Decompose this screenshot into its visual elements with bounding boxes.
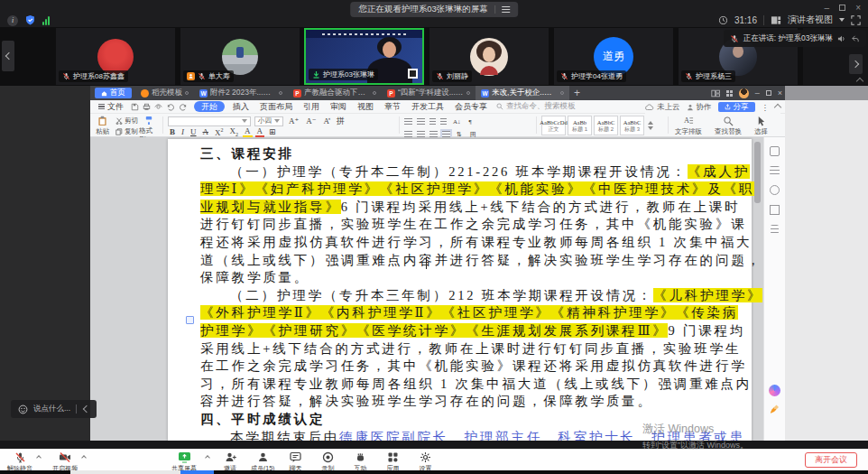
participant-tile[interactable]: 单大寿 — [180, 28, 300, 85]
ribbon-tab[interactable]: 审阅 — [325, 100, 352, 114]
menu-icon[interactable] — [502, 6, 510, 13]
style-preset[interactable]: AaBbCcDd正文 — [541, 116, 566, 135]
outline-panel-icon[interactable] — [770, 166, 780, 175]
comment-panel-icon[interactable] — [770, 185, 780, 195]
copy-button[interactable]: 复制 — [115, 126, 138, 137]
style-preset[interactable]: AaBb标题 1 — [568, 116, 592, 135]
paste-options-icon[interactable] — [186, 316, 194, 324]
print-icon[interactable] — [143, 103, 151, 111]
ribbon-tab[interactable]: 会员专享 — [449, 100, 493, 114]
leave-meeting-button[interactable]: 离开会议 — [805, 452, 857, 468]
ribbon-tab[interactable]: 视图 — [352, 100, 379, 114]
minimize-button[interactable]: – — [825, 3, 830, 13]
apps-grid-icon[interactable] — [726, 90, 733, 97]
command-search[interactable]: 查找命令、搜索模板 — [496, 101, 576, 112]
wps-minimize-button[interactable]: – — [755, 88, 760, 98]
emoji-icon[interactable] — [18, 404, 28, 414]
wps-home-tab[interactable]: 首页 — [95, 88, 132, 98]
scroll-left-button[interactable] — [2, 41, 14, 71]
italic-icon[interactable]: I — [180, 127, 186, 136]
scroll-up-icon[interactable] — [648, 121, 653, 125]
view-mode-selector[interactable]: 演讲者视图 — [788, 14, 833, 26]
file-menu[interactable]: 文件 — [95, 101, 127, 113]
collaborate-button[interactable]: 协作 — [687, 102, 712, 113]
scroll-down-icon[interactable] — [648, 126, 653, 130]
subscript-icon[interactable]: X2 — [228, 126, 241, 137]
collapse-chat-icon[interactable] — [83, 405, 90, 413]
find-replace-button[interactable]: 查找替换 — [715, 114, 742, 137]
style-preset[interactable]: AaBbC标题 2 — [594, 116, 618, 135]
wps-doc-tab[interactable]: P产教融合驱动下高..聚焦类.pdf — [288, 86, 382, 100]
bold-icon[interactable]: B — [168, 127, 177, 136]
properties-panel-icon[interactable] — [770, 146, 780, 156]
font-size-select[interactable]: 小四 — [254, 116, 283, 126]
bullet-list-icon[interactable] — [404, 118, 412, 125]
edit-pencil-icon[interactable] — [771, 404, 780, 414]
info-icon[interactable]: i — [7, 15, 18, 26]
sort-icon[interactable]: A↓ — [451, 118, 463, 125]
numbered-list-icon[interactable] — [417, 118, 425, 125]
participant-tile-speaking[interactable]: 护理系03张琳琳 — [304, 28, 424, 85]
wps-doc-tab[interactable]: W附件2 2023年...专项) 申请书(1) — [194, 86, 288, 100]
ribbon-tab[interactable]: 开发工具 — [406, 100, 449, 114]
ribbon-tab[interactable]: 页面布局 — [254, 100, 298, 114]
security-shield-icon[interactable] — [24, 14, 36, 26]
tab-close-icon[interactable] — [560, 91, 564, 95]
tab-close-icon[interactable] — [466, 91, 470, 95]
typeset-button[interactable]: A 文字排版 — [675, 114, 702, 137]
participant-tile[interactable]: 护理系08苏鑫鑫 — [56, 28, 175, 85]
decrease-indent-icon[interactable] — [429, 118, 436, 125]
increase-indent-icon[interactable] — [440, 118, 447, 125]
cut-button[interactable]: 剪切 — [115, 116, 138, 126]
strikethrough-icon[interactable]: A — [201, 127, 211, 136]
wps-close-button[interactable]: × — [778, 88, 782, 98]
ai-assistant-icon[interactable] — [769, 385, 780, 396]
toolbox-panel-icon[interactable] — [771, 225, 779, 234]
style-preset[interactable]: AaBbC标题 3 — [620, 116, 644, 135]
superscript-icon[interactable]: X2 — [213, 127, 226, 137]
paste-button[interactable]: 粘贴 — [96, 114, 109, 136]
participant-tile[interactable]: 刘丽静 — [429, 28, 549, 85]
show-marks-icon[interactable]: ¶ — [467, 118, 474, 125]
chevron-down-icon[interactable] — [839, 18, 845, 22]
grow-font-icon[interactable]: A⁺ — [287, 116, 300, 125]
new-tab-button[interactable]: + — [574, 87, 580, 99]
share-button[interactable]: 分享 — [718, 102, 755, 112]
tab-close-icon[interactable] — [373, 91, 376, 95]
account-avatar[interactable] — [739, 88, 749, 98]
redo-icon[interactable] — [179, 103, 188, 111]
char-shading-icon[interactable]: ⊞ — [267, 127, 278, 136]
underline-icon[interactable]: U — [189, 127, 199, 136]
ribbon-tab[interactable]: 章节 — [379, 100, 406, 114]
maximize-button[interactable] — [839, 5, 845, 11]
video-options-icon[interactable] — [81, 455, 87, 460]
wps-doc-tab[interactable]: P“四新”学科建设...同校庆.pdf — [382, 86, 476, 100]
shrink-font-icon[interactable]: A⁻ — [304, 116, 318, 125]
close-button[interactable]: × — [855, 3, 861, 13]
ribbon-tab[interactable]: 开始 — [194, 101, 225, 112]
font-family-select[interactable] — [168, 116, 251, 126]
wps-maximize-button[interactable] — [766, 90, 771, 96]
vertical-scrollbar[interactable] — [754, 142, 761, 203]
clear-format-icon[interactable]: A̽ — [322, 116, 332, 125]
share-options-icon[interactable] — [205, 455, 210, 460]
ribbon-tab[interactable]: 引用 — [298, 100, 325, 114]
reply-arrow-icon[interactable] — [851, 34, 860, 43]
preview-icon[interactable] — [154, 103, 162, 111]
tab-close-icon[interactable] — [185, 91, 189, 95]
share-banner[interactable]: 您正在观看护理系03张琳琳的屏幕 — [350, 2, 518, 17]
scroll-right-button[interactable] — [849, 54, 863, 74]
highlight-color-icon[interactable]: A — [243, 126, 253, 138]
participant-tile[interactable]: 道勇 护理学04张道勇 — [554, 28, 673, 85]
save-icon[interactable] — [131, 103, 139, 111]
styles-scroll[interactable] — [648, 121, 653, 130]
phonetic-guide-icon[interactable]: 拼 — [335, 116, 346, 127]
tab-close-icon[interactable] — [279, 91, 282, 95]
bookmark-panel-icon[interactable] — [770, 205, 780, 215]
chat-input-placeholder[interactable]: 说点什么... — [33, 404, 70, 414]
cloud-status[interactable]: 未上云 — [645, 102, 680, 113]
document-page[interactable]: 三、课程安排（一）护理学（专升本二年制）221-226 班本学期课程开设情况：《… — [168, 139, 752, 441]
wps-doc-tab[interactable]: W来改,关于校企..排的通知 — [476, 86, 569, 100]
more-menu-icon[interactable]: ⋮ — [762, 103, 770, 112]
mic-options-icon[interactable] — [36, 455, 42, 460]
